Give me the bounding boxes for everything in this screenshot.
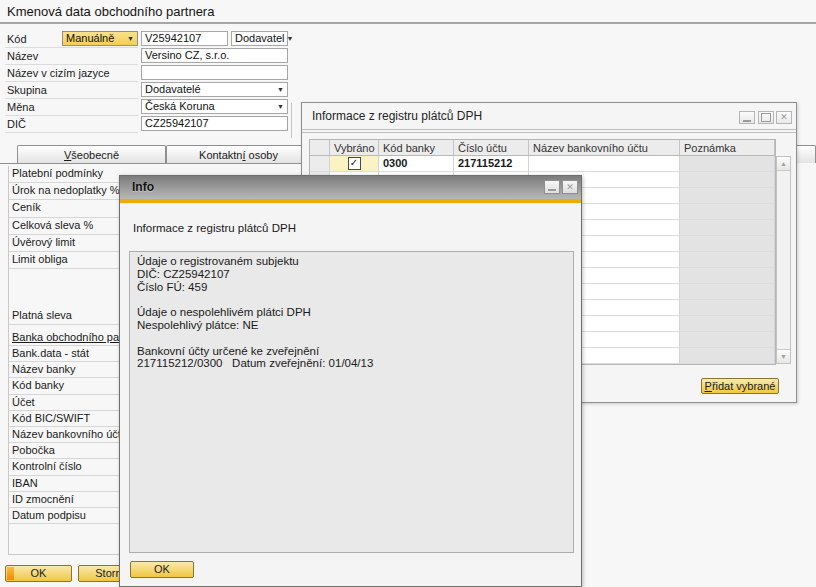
sidebar-item[interactable]: Kontrolní číslo [9,459,119,475]
screen: { "icons": { "dropdown_arrow": "▼", "che… [0,0,816,587]
maximize-button[interactable] [758,111,774,124]
note-cell [680,172,775,188]
sidebar-item[interactable]: Platební podmínky [9,166,119,183]
maximize-icon [761,113,771,122]
column-header[interactable]: Vybráno [330,140,379,156]
column-header[interactable] [310,140,330,156]
tab-strip-baseline [0,163,302,164]
tab-general[interactable]: Všeobecně [17,145,166,163]
note-cell [680,316,775,332]
close-button[interactable]: ✕ [776,111,792,124]
dialog-title: Info [132,180,154,194]
info-text-line: DIČ: CZ25942107 [137,268,566,281]
minimize-icon [743,120,751,122]
info-text-line: Údaje o nespolehlivém plátci DPH [137,306,566,319]
code-mode-select[interactable]: Manuálně ▼ [62,31,138,46]
info-message: Informace z registru plátců DPH [133,222,296,234]
table-row[interactable]: ✓0300217115212 [310,156,775,172]
dropdown-arrow-icon: ▼ [287,32,294,45]
sidebar-item[interactable]: Účet [9,395,119,411]
dropdown-arrow-icon: ▼ [127,32,134,45]
currency-label: Měna [7,101,35,113]
minimize-icon [548,189,556,191]
note-cell [680,220,775,236]
note-cell [680,300,775,316]
code-input[interactable]: V25942107 [141,31,228,46]
note-cell [680,236,775,252]
register-details-box: Údaje o registrovaném subjektuDIČ: CZ259… [129,251,574,553]
bank-code-cell: 0300 [379,156,454,172]
tab-contact-persons[interactable]: Kontaktní osoby [166,145,311,163]
info-titlebar [120,176,581,199]
tab-fragment[interactable] [795,145,816,163]
panel-divider [291,103,292,138]
name-input[interactable]: Versino CZ, s.r.o. [141,48,288,63]
sidebar-item[interactable]: Kód banky [9,378,119,394]
scroll-up-icon[interactable]: ▲ [777,157,790,171]
sidebar-item[interactable]: Pobočka [9,443,119,459]
sidebar-item[interactable]: IBAN [9,476,119,492]
note-cell [680,268,775,284]
info-text-line: Nespolehlivý plátce: NE [137,319,566,332]
note-cell [680,188,775,204]
close-icon: ✕ [566,183,574,192]
close-button[interactable]: ✕ [562,180,578,194]
close-icon: ✕ [780,113,788,122]
add-selected-button[interactable]: Přidat vybrané [701,378,779,394]
sidebar-item[interactable]: ID zmocnění [9,492,119,508]
dropdown-arrow-icon: ▼ [277,100,284,113]
name-label: Název [7,50,38,62]
sidebar-item[interactable]: Ceník [9,200,119,217]
minimize-button[interactable] [544,180,560,194]
sidebar-item[interactable]: Celková sleva % [9,218,119,235]
info-dialog: Info ✕ Informace z registru plátců DPH Ú… [119,175,582,587]
column-header[interactable]: Kód banky [379,140,454,156]
focus-indicator [7,567,14,580]
group-label: Skupina [7,84,47,96]
info-text-line: Údaje o registrovaném subjektu [137,255,566,268]
currency-select[interactable]: Česká Koruna ▼ [141,99,288,114]
minimize-button[interactable] [739,111,755,124]
info-text-line: 217115212/0300 Datum zveřejnění: 01/04/1… [137,357,566,370]
sidebar-item[interactable]: Název banky [9,362,119,378]
titlebar-separator [302,129,796,133]
vertical-scrollbar[interactable]: ▲ ▼ [776,156,791,364]
column-header[interactable]: Číslo účtu [454,140,529,156]
field-list-bank: Banka obchodního partBank.data - státNáz… [9,330,119,524]
sidebar-item[interactable]: Datum podpisu [9,508,119,524]
info-text-line: Číslo FÚ: 459 [137,281,566,294]
dropdown-arrow-icon: ▼ [277,83,284,96]
ok-button[interactable]: OK [130,561,194,578]
ok-button[interactable]: OK [5,565,72,582]
scroll-down-icon[interactable]: ▼ [777,349,790,363]
sidebar-item[interactable]: Platná sleva [9,308,119,325]
sidebar-item[interactable]: Kód BIC/SWIFT [9,411,119,427]
info-text-line [137,293,566,306]
vat-id-label: DIČ [7,118,26,130]
info-text-line: Bankovní účty určené ke zveřejnění [137,345,566,358]
column-header[interactable]: Poznámka [680,140,775,156]
dialog-title: Informace z registru plátců DPH [312,109,482,123]
row-selector [310,156,330,172]
field-list-discount: Platná sleva [9,308,119,325]
foreign-name-input[interactable] [141,65,288,80]
checkbox-checked-icon[interactable]: ✓ [348,157,361,170]
foreign-name-label: Název v cizím jazyce [7,67,110,79]
account-name-cell [529,156,680,172]
sidebar-item[interactable]: Banka obchodního part [9,330,119,346]
group-select[interactable]: Dodavatelé ▼ [141,82,288,97]
column-header[interactable]: Název bankovního účtu [529,140,680,156]
sidebar-item[interactable]: Úrok na nedoplatky % [9,183,119,200]
sidebar-item[interactable]: Limit obliga [9,252,119,269]
sidebar-item[interactable]: Bank.data - stát [9,346,119,362]
sidebar-item[interactable]: Úvěrový limit [9,235,119,252]
info-text-line [137,332,566,345]
vat-id-input[interactable]: CZ25942107 [141,116,288,131]
note-cell [680,348,775,364]
selected-cell[interactable]: ✓ [330,156,379,172]
list-spacer [9,269,119,308]
sidebar-item[interactable]: Název bankovního účtu [9,427,119,443]
note-cell [680,156,775,172]
code-label: Kód [7,33,27,45]
partner-type-select[interactable]: Dodavatel ▼ [231,31,288,46]
